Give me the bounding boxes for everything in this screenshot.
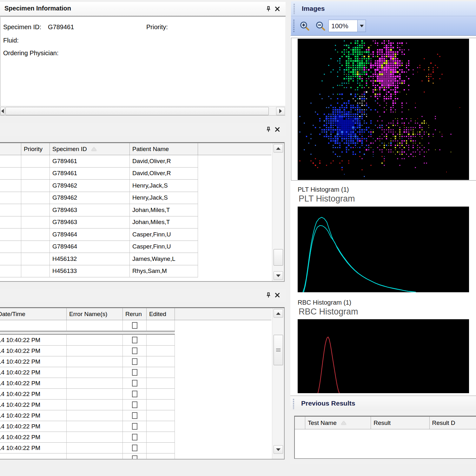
- table-row[interactable]: H456132James,Wayne,L: [0, 253, 284, 265]
- column-header-result[interactable]: Result: [371, 417, 429, 429]
- column-header-edited[interactable]: Edited: [147, 308, 175, 320]
- table-row[interactable]: [0, 453, 284, 459]
- table-row[interactable]: G789464Casper,Finn,U: [0, 241, 284, 253]
- rerun-checkbox[interactable]: [132, 434, 137, 440]
- images-panel-titlebar[interactable]: Images: [291, 1, 476, 16]
- panel-title: Images: [302, 5, 325, 12]
- table-row[interactable]: G789461David,Oliver,R: [0, 168, 284, 180]
- table-row[interactable]: G789463Johan,Miles,T: [0, 204, 284, 216]
- pin-icon[interactable]: [265, 126, 272, 133]
- rerun-checkbox[interactable]: [132, 347, 137, 354]
- zoom-out-button[interactable]: [314, 20, 327, 32]
- scroll-up-button[interactable]: [274, 309, 283, 318]
- table-row[interactable]: G789464Casper,Finn,U: [0, 228, 284, 241]
- rerun-checkbox[interactable]: [132, 423, 137, 430]
- zoom-level-value[interactable]: 100%: [328, 20, 357, 32]
- specimen-information-titlebar[interactable]: Specimen Information: [0, 2, 286, 16]
- panel-title: Specimen Information: [4, 5, 71, 12]
- column-header-patient-name[interactable]: Patient Name: [130, 143, 198, 155]
- rerun-checkbox[interactable]: [132, 412, 137, 419]
- previous-results-titlebar[interactable]: Previous Results: [290, 397, 476, 411]
- edited-cell: [147, 335, 175, 346]
- row-selector-cell: [0, 265, 21, 278]
- table-row[interactable]: 14 10:40:22 PM: [0, 346, 284, 356]
- close-icon[interactable]: [274, 291, 281, 299]
- close-icon[interactable]: [274, 5, 281, 13]
- combobox-dropdown-button[interactable]: [357, 20, 366, 32]
- table-row[interactable]: 14 10:40:22 PM: [0, 389, 284, 400]
- rerun-checkbox[interactable]: [132, 322, 137, 329]
- table-row[interactable]: 14 10:40:22 PM: [0, 367, 284, 378]
- column-header-specimen-id[interactable]: Specimen ID: [50, 143, 130, 155]
- specimen-id-cell: G789464: [50, 228, 130, 241]
- column-header-priority[interactable]: Priority: [21, 143, 50, 155]
- table-row[interactable]: G789462Henry,Jack,S: [0, 192, 284, 204]
- rerun-checkbox[interactable]: [132, 401, 137, 408]
- wbc-scattergram-image[interactable]: [298, 39, 469, 180]
- table-row[interactable]: 14 10:40:22 PM: [0, 410, 284, 421]
- rerun-checkbox[interactable]: [132, 445, 137, 451]
- drag-grip-icon[interactable]: [294, 4, 295, 14]
- table-row[interactable]: 14 10:40:22 PM: [0, 421, 284, 432]
- priority-cell: [21, 155, 50, 168]
- worklist-titlebar[interactable]: [0, 123, 286, 136]
- horizontal-scrollbar[interactable]: [0, 106, 285, 116]
- edited-cell: [147, 432, 175, 443]
- pin-icon[interactable]: [265, 291, 272, 299]
- table-row[interactable]: [0, 320, 284, 331]
- rerun-cell: [123, 432, 147, 443]
- datetime-cell: 14 10:40:22 PM: [0, 378, 67, 389]
- pin-icon[interactable]: [265, 5, 272, 13]
- rerun-checkbox[interactable]: [132, 391, 137, 397]
- table-row[interactable]: G789462Henry,Jack,S: [0, 180, 284, 192]
- rbc-histogram-image[interactable]: [298, 319, 469, 393]
- column-header-empty[interactable]: [295, 417, 305, 429]
- row-selector-cell: [0, 216, 21, 229]
- worklist-header-row: Priority Specimen ID Patient Name: [0, 143, 284, 155]
- rerun-checkbox[interactable]: [132, 455, 137, 459]
- column-header-test-name[interactable]: Test Name: [305, 417, 371, 429]
- drag-grip-icon[interactable]: [293, 399, 294, 409]
- table-row[interactable]: 14 10:40:22 PM: [0, 356, 284, 367]
- patient-name-cell: Casper,Finn,U: [130, 228, 198, 241]
- scroll-up-button[interactable]: [274, 144, 283, 153]
- sort-ascending-icon: [91, 147, 96, 151]
- column-header-datetime[interactable]: Date/Time: [0, 308, 67, 320]
- datetime-cell: 14 10:40:22 PM: [0, 443, 67, 453]
- column-header-result-date[interactable]: Result D: [430, 417, 476, 429]
- zoom-level-combobox[interactable]: 100%: [328, 20, 366, 32]
- scroll-down-button[interactable]: [274, 271, 283, 280]
- column-header-error-names[interactable]: Error Name(s): [67, 308, 123, 320]
- table-row[interactable]: 14 10:40:22 PM: [0, 432, 284, 443]
- rerun-checkbox[interactable]: [132, 337, 137, 343]
- rerun-checkbox[interactable]: [132, 380, 137, 387]
- worklist-vertical-scrollbar[interactable]: [272, 143, 284, 281]
- rerun-checkbox[interactable]: [132, 369, 137, 376]
- table-row[interactable]: 14 10:40:22 PM: [0, 335, 284, 346]
- table-row[interactable]: 14 10:40:22 PM: [0, 400, 284, 410]
- scroll-down-button[interactable]: [274, 445, 283, 454]
- scrollbar-thumb[interactable]: [274, 249, 283, 266]
- table-row[interactable]: 14 10:40:22 PM: [0, 443, 284, 453]
- column-header-rerun[interactable]: Rerun: [123, 308, 147, 320]
- scroll-right-button[interactable]: [276, 107, 285, 115]
- filler-cell: [175, 356, 271, 367]
- zoom-in-button[interactable]: [299, 20, 311, 32]
- table-row[interactable]: G789461David,Oliver,R: [0, 155, 284, 168]
- scroll-left-button[interactable]: [0, 107, 5, 115]
- patient-name-cell: Casper,Finn,U: [130, 241, 198, 253]
- run-results-titlebar[interactable]: [0, 289, 286, 302]
- rerun-checkbox[interactable]: [132, 358, 137, 365]
- table-row[interactable]: 14 10:40:22 PM: [0, 378, 284, 389]
- drag-grip-icon[interactable]: [293, 20, 294, 32]
- patient-name-cell: David,Oliver,R: [130, 168, 198, 180]
- specimen-id-cell: G789463: [50, 216, 130, 229]
- table-row[interactable]: H456133Rhys,Sam,M: [0, 265, 284, 278]
- column-header-empty[interactable]: [0, 143, 21, 155]
- table-row[interactable]: G789463Johan,Miles,T: [0, 216, 284, 229]
- scrollbar-thumb[interactable]: [274, 335, 283, 365]
- run-results-vertical-scrollbar[interactable]: [272, 308, 284, 459]
- scrollbar-thumb[interactable]: [5, 107, 269, 115]
- close-icon[interactable]: [274, 126, 281, 133]
- plt-histogram-image[interactable]: [298, 207, 469, 292]
